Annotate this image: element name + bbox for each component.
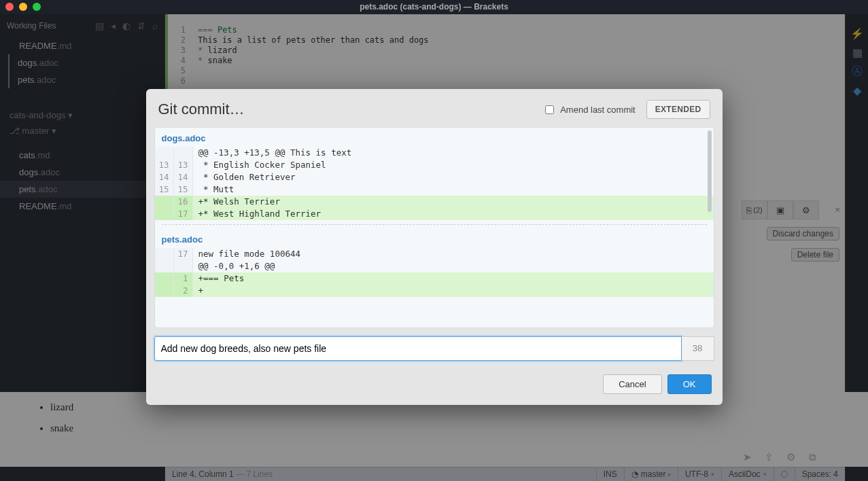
minimize-window-button[interactable] [19, 3, 27, 11]
dialog-title: Git commit… [158, 101, 245, 118]
cancel-button[interactable]: Cancel [603, 374, 661, 394]
git-commit-dialog: Git commit… Amend last commit EXTENDED d… [146, 89, 723, 405]
diff-file-header[interactable]: dogs.adoc [155, 128, 714, 147]
close-window-button[interactable] [5, 3, 14, 11]
amend-checkbox-label[interactable]: Amend last commit [542, 103, 636, 116]
diff-line: 1313 * English Cocker Spaniel [155, 159, 714, 171]
diff-line: 17 +* West Highland Terrier [155, 208, 714, 220]
ok-button[interactable]: OK [667, 374, 712, 394]
amend-checkbox[interactable] [545, 105, 554, 114]
window-title: pets.adoc (cats-and-dogs) — Brackets [360, 2, 508, 12]
scrollbar-thumb[interactable] [708, 130, 712, 212]
diff-line: @@ -13,3 +13,5 @@ This is text [155, 147, 714, 159]
traffic-lights [5, 3, 41, 11]
diff-separator [162, 224, 707, 225]
diff-viewer[interactable]: dogs.adoc @@ -13,3 +13,5 @@ This is text… [154, 127, 714, 328]
char-count: 38 [682, 336, 714, 361]
diff-line: 2 + [155, 285, 714, 297]
commit-message-input[interactable] [154, 336, 682, 361]
diff-line: @@ -0,0 +1,6 @@ [155, 260, 714, 272]
window-titlebar: pets.adoc (cats-and-dogs) — Brackets [0, 0, 868, 14]
diff-line: 1 +=== Pets [155, 272, 714, 285]
diff-line: 16 +* Welsh Terrier [155, 196, 714, 208]
amend-text: Amend last commit [560, 105, 636, 115]
diff-line: 17 new file mode 100644 [155, 248, 714, 260]
diff-line: 1414 * Golden Retriever [155, 171, 714, 183]
diff-file-header[interactable]: pets.adoc [155, 229, 714, 248]
extended-button[interactable]: EXTENDED [646, 100, 710, 119]
modal-overlay: Git commit… Amend last commit EXTENDED d… [0, 14, 868, 481]
maximize-window-button[interactable] [33, 3, 41, 11]
diff-line: 1515 * Mutt [155, 183, 714, 196]
